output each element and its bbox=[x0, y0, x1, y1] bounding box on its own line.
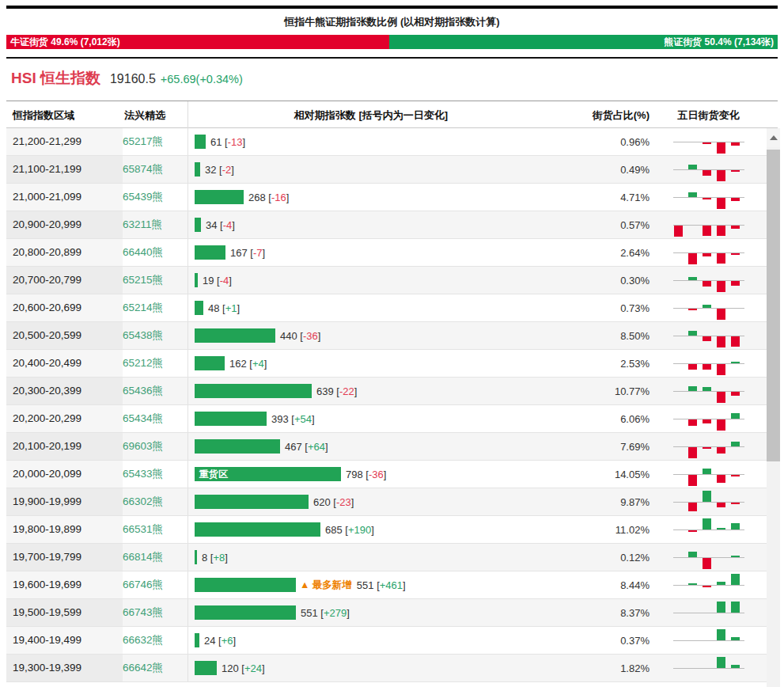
warrant-code-link[interactable]: 65212熊 bbox=[123, 350, 187, 377]
spark-bar-up bbox=[703, 305, 711, 308]
warrant-code-link[interactable]: 63211熊 bbox=[123, 211, 187, 238]
scroll-up-button[interactable] bbox=[767, 128, 780, 147]
spark-bar-down bbox=[731, 281, 740, 286]
spark-bar-down bbox=[731, 170, 740, 172]
warrant-code-link[interactable]: 65874熊 bbox=[123, 156, 187, 183]
warrant-code-link[interactable]: 66632熊 bbox=[123, 627, 187, 654]
index-price: 19160.5 bbox=[110, 72, 156, 86]
one-day-change: +64 bbox=[308, 441, 325, 453]
spark-bar-down bbox=[703, 142, 711, 144]
spark-bar-up bbox=[717, 629, 725, 640]
spark-bar-down bbox=[703, 558, 711, 569]
contracts-cell: 120 [+24] bbox=[187, 655, 554, 681]
spark-bar-up bbox=[703, 518, 711, 529]
index-range: 19,700-19,799 bbox=[6, 544, 123, 571]
table-row: 19,400-19,499 66632熊 24 [+6] 0.37% bbox=[6, 627, 778, 655]
contracts-value: 268 [-16] bbox=[248, 192, 289, 203]
spark-bar-up bbox=[731, 413, 740, 419]
contracts-value: 798 [-36] bbox=[346, 469, 386, 480]
contracts-cell: 重货区 798 [-36] bbox=[187, 461, 554, 488]
most-added-label: ▲ 最多新增 bbox=[300, 579, 352, 592]
warrant-code-link[interactable]: 66746熊 bbox=[123, 571, 187, 598]
five-day-sparkline bbox=[653, 434, 764, 459]
sparkline-canvas bbox=[673, 268, 744, 293]
spark-bar-up bbox=[731, 665, 740, 668]
index-range: 19,500-19,599 bbox=[6, 599, 123, 626]
spark-bar-down bbox=[703, 419, 711, 423]
spark-bar-down bbox=[717, 419, 725, 431]
contracts-cell: 685 [+190] bbox=[187, 516, 554, 543]
index-range: 21,100-21,199 bbox=[6, 156, 123, 183]
contracts-bar bbox=[195, 384, 312, 398]
spark-bar-up bbox=[688, 552, 697, 557]
warrant-code-link[interactable]: 65215熊 bbox=[123, 267, 187, 294]
five-day-sparkline bbox=[653, 406, 764, 431]
sparkline-canvas bbox=[673, 489, 744, 514]
page-title: 恒指牛熊证期指张数比例 (以相对期指张数计算) bbox=[6, 15, 778, 29]
five-day-sparkline bbox=[653, 489, 764, 514]
index-range: 20,700-20,799 bbox=[6, 267, 123, 294]
warrant-code-link[interactable]: 66531熊 bbox=[123, 516, 187, 543]
spark-bar-up bbox=[717, 582, 725, 585]
warrant-code-link[interactable]: 65436熊 bbox=[123, 378, 187, 404]
spark-bar-down bbox=[688, 530, 697, 532]
table-body: 21,200-21,299 65217熊 61 [-13] 0.96% 21,1… bbox=[6, 128, 778, 687]
col-header-oi-percent: 街货占比(%) bbox=[554, 108, 653, 123]
spark-bar-up bbox=[731, 637, 740, 640]
oi-percent: 10.77% bbox=[554, 385, 653, 397]
warrant-code-link[interactable]: 65439熊 bbox=[123, 184, 187, 211]
spark-bar-up bbox=[731, 523, 740, 529]
one-day-change: -4 bbox=[223, 219, 233, 231]
index-range: 19,800-19,899 bbox=[6, 516, 123, 543]
table-row: 19,600-19,699 66746熊 ▲ 最多新增 551 [+461] 8… bbox=[6, 571, 778, 599]
five-day-sparkline bbox=[653, 184, 764, 210]
five-day-sparkline bbox=[653, 295, 764, 321]
scrollbar[interactable] bbox=[767, 128, 780, 687]
spark-bar-down bbox=[688, 253, 697, 264]
contracts-bar bbox=[195, 190, 244, 204]
contracts-bar bbox=[195, 633, 199, 647]
warrant-code-link[interactable]: 66743熊 bbox=[123, 599, 187, 626]
warrant-code-link[interactable]: 66302熊 bbox=[123, 488, 187, 515]
spark-bar-up bbox=[688, 165, 697, 169]
spark-bar-down bbox=[717, 142, 725, 154]
warrant-code-link[interactable]: 65433熊 bbox=[123, 461, 187, 488]
sparkline-canvas bbox=[673, 212, 744, 237]
warrant-code-link[interactable]: 65214熊 bbox=[123, 294, 187, 321]
contracts-value: 685 [+190] bbox=[325, 524, 374, 536]
sparkline-canvas bbox=[673, 351, 744, 376]
spark-bar-down bbox=[717, 475, 725, 483]
warrant-code-link[interactable]: 69603熊 bbox=[123, 433, 187, 460]
spark-bar-down bbox=[731, 226, 740, 229]
contracts-value: 120 [+24] bbox=[222, 662, 265, 674]
spark-bar-down bbox=[717, 336, 725, 347]
spark-bar-down bbox=[674, 226, 683, 237]
warrant-code-link[interactable]: 65217熊 bbox=[123, 128, 187, 155]
sparkline-baseline bbox=[673, 668, 744, 669]
warrant-code-link[interactable]: 66642熊 bbox=[123, 655, 187, 681]
table-row: 21,200-21,299 65217熊 61 [-13] 0.96% bbox=[6, 128, 778, 156]
oi-percent: 0.57% bbox=[554, 219, 653, 231]
sparkline-baseline bbox=[673, 640, 744, 641]
sparkline-canvas bbox=[673, 295, 744, 321]
contracts-bar bbox=[195, 495, 309, 509]
contracts-bar bbox=[195, 218, 201, 232]
spark-bar-up bbox=[717, 657, 725, 668]
contracts-bar bbox=[195, 356, 225, 370]
contracts-bar bbox=[195, 412, 267, 426]
spark-bar-down bbox=[717, 503, 725, 507]
warrant-code-link[interactable]: 65434熊 bbox=[123, 405, 187, 432]
arrow-up-icon bbox=[770, 135, 778, 140]
scrollbar-thumb[interactable] bbox=[767, 150, 780, 461]
spark-bar-down bbox=[717, 309, 725, 320]
five-day-sparkline bbox=[653, 212, 764, 237]
col-header-five-day: 五日街货变化 bbox=[653, 108, 764, 123]
warrant-code-link[interactable]: 66814熊 bbox=[123, 544, 187, 571]
section-divider bbox=[6, 57, 778, 59]
table-row: 19,900-19,999 66302熊 620 [-23] 9.87% bbox=[6, 488, 778, 516]
spark-bar-down bbox=[731, 336, 740, 347]
warrant-code-link[interactable]: 65438熊 bbox=[123, 322, 187, 349]
sparkline-baseline bbox=[673, 529, 744, 530]
table-row: 20,500-20,599 65438熊 440 [-36] 8.50% bbox=[6, 322, 778, 350]
warrant-code-link[interactable]: 66440熊 bbox=[123, 239, 187, 266]
